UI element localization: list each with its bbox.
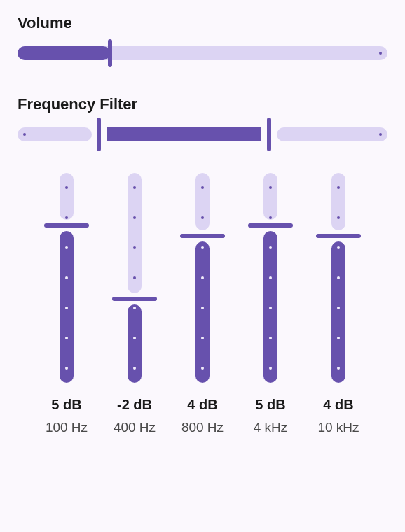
frequency-filter-slider[interactable] [18, 127, 387, 141]
volume-end-tick [379, 52, 382, 55]
eq-tick [201, 186, 204, 189]
eq-tick [269, 367, 272, 370]
eq-tick [133, 367, 136, 370]
eq-thumb[interactable] [248, 223, 293, 227]
eq-band: -2 dB400 Hz [107, 173, 163, 435]
eq-tick [133, 246, 136, 249]
eq-freq-label: 4 kHz [254, 420, 288, 435]
eq-tick [133, 186, 136, 189]
eq-tick [269, 307, 272, 309]
eq-tick [133, 216, 136, 219]
eq-track-top [331, 173, 345, 230]
eq-tick [269, 246, 272, 249]
eq-band: 4 dB800 Hz [174, 173, 231, 435]
eq-thumb[interactable] [180, 234, 225, 238]
volume-label: Volume [18, 14, 387, 32]
eq-band: 5 dB4 kHz [242, 173, 298, 435]
volume-thumb[interactable] [108, 39, 112, 67]
eq-thumb[interactable] [112, 297, 157, 301]
eq-tick [65, 216, 68, 219]
frequency-track-right [277, 127, 387, 141]
eq-freq-label: 100 Hz [46, 420, 88, 435]
eq-tick [65, 307, 68, 309]
eq-tick [133, 337, 136, 340]
eq-tick [65, 367, 68, 370]
eq-tick [65, 337, 68, 340]
eq-tick [201, 307, 204, 309]
eq-track-top [195, 173, 210, 230]
eq-tick [201, 276, 204, 279]
volume-fill [18, 46, 110, 60]
eq-freq-label: 800 Hz [181, 420, 224, 435]
frequency-track-left [18, 127, 92, 141]
eq-tick [65, 246, 68, 249]
eq-db-label: 4 dB [187, 397, 217, 413]
eq-thumb[interactable] [44, 223, 89, 227]
eq-tick [201, 367, 204, 370]
eq-band: 4 dB10 kHz [310, 173, 366, 435]
eq-db-label: 5 dB [255, 397, 285, 413]
eq-tick [201, 216, 204, 219]
eq-tick [269, 186, 272, 189]
eq-tick [337, 337, 340, 340]
frequency-end-tick [379, 133, 382, 136]
eq-db-label: -2 dB [117, 397, 152, 413]
frequency-thumb-high[interactable] [267, 118, 271, 151]
eq-tick [337, 367, 340, 370]
frequency-thumb-low[interactable] [97, 118, 101, 151]
eq-track-top [60, 173, 74, 220]
eq-tick [269, 276, 272, 279]
eq-tick [269, 337, 272, 340]
eq-tick [133, 307, 136, 309]
eq-slider[interactable] [180, 173, 225, 383]
eq-band: 5 dB100 Hz [39, 173, 95, 435]
frequency-filter-label: Frequency Filter [18, 95, 387, 113]
volume-slider[interactable] [18, 46, 387, 60]
eq-tick [337, 216, 340, 219]
eq-tick [337, 186, 340, 189]
eq-tick [269, 216, 272, 219]
eq-track-bottom [331, 241, 345, 383]
eq-tick [337, 246, 340, 249]
eq-db-label: 5 dB [51, 397, 81, 413]
eq-tick [133, 276, 136, 279]
eq-track-bottom [128, 304, 142, 383]
eq-tick [201, 337, 204, 340]
eq-db-label: 4 dB [323, 397, 353, 413]
eq-track-top [263, 173, 277, 220]
eq-tick [337, 307, 340, 309]
equalizer-row: 5 dB100 Hz-2 dB400 Hz4 dB800 Hz5 dB4 kHz… [18, 173, 387, 435]
eq-freq-label: 400 Hz [114, 420, 156, 435]
eq-slider[interactable] [112, 173, 157, 383]
eq-slider[interactable] [44, 173, 89, 383]
eq-tick [65, 186, 68, 189]
frequency-fill [107, 127, 262, 141]
eq-tick [337, 276, 340, 279]
eq-thumb[interactable] [316, 234, 361, 238]
eq-tick [201, 246, 204, 249]
eq-slider[interactable] [248, 173, 293, 383]
frequency-start-tick [23, 133, 26, 136]
eq-freq-label: 10 kHz [317, 420, 359, 435]
eq-track-top [128, 173, 142, 293]
eq-slider[interactable] [316, 173, 361, 383]
eq-track-bottom [195, 241, 210, 383]
eq-tick [65, 276, 68, 279]
